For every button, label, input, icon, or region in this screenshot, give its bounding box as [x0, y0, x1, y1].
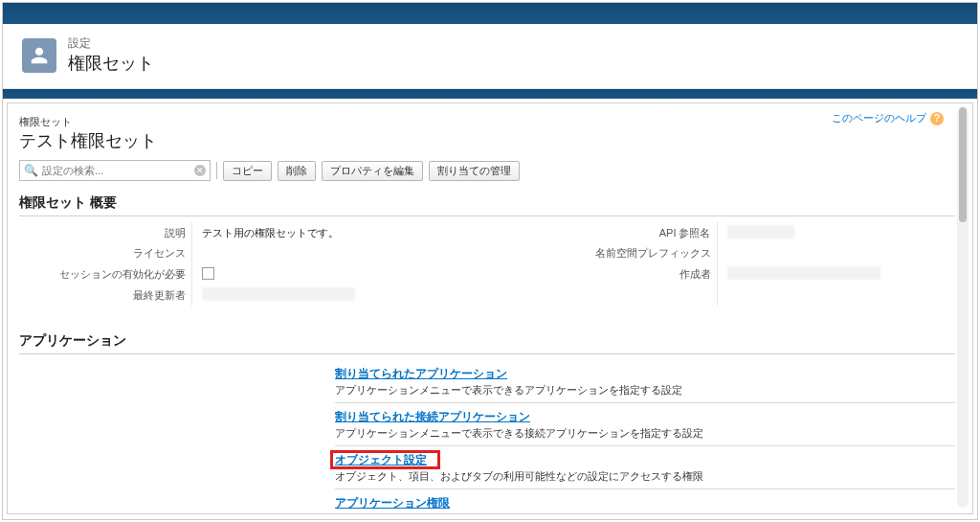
toolbar: 🔍 ✕ コピー 削除 プロパティを編集 割り当ての管理 — [19, 160, 955, 181]
scrollbar[interactable] — [957, 107, 969, 508]
application-list: 割り当てられたアプリケーションアプリケーションメニューで表示できるアプリケーショ… — [335, 360, 955, 514]
application-section-title: アプリケーション — [19, 332, 955, 354]
search-box[interactable]: 🔍 ✕ — [19, 160, 211, 181]
sub-banner — [3, 89, 977, 99]
created-by-value — [717, 263, 955, 284]
created-by-label: 作成者 — [583, 263, 717, 284]
header-kicker: 設定 — [68, 35, 154, 52]
app-item: 割り当てられたアプリケーションアプリケーションメニューで表示できるアプリケーショ… — [335, 360, 955, 403]
top-banner — [3, 3, 977, 24]
content-area: このページのヘルプ ? 権限セット テスト権限セット 🔍 ✕ コピー 削除 プロ… — [7, 102, 973, 514]
license-value — [191, 243, 430, 263]
namespace-value — [717, 243, 955, 263]
api-name-value — [717, 222, 955, 243]
app-window: 設定 権限セット このページのヘルプ ? 権限セット テスト権限セット 🔍 ✕ … — [2, 2, 978, 520]
header-text: 設定 権限セット — [68, 35, 154, 75]
namespace-label: 名前空間プレフィックス — [583, 243, 717, 263]
app-item: 割り当てられた接続アプリケーションアプリケーションメニューで表示できる接続アプリ… — [335, 403, 955, 446]
license-label: ライセンス — [19, 243, 191, 263]
app-item: アプリケーション権限[コールセンターの管理] などアプリケーション固有のアクショ… — [335, 489, 955, 514]
page-title: テスト権限セット — [19, 129, 955, 152]
desc-value: テスト用の権限セットです。 — [191, 222, 430, 243]
permission-set-icon — [22, 38, 56, 73]
app-item-desc: オブジェクト、項目、およびタブの利用可能性などの設定にアクセスする権限 — [335, 469, 955, 484]
search-input[interactable] — [42, 165, 190, 176]
app-item-link[interactable]: アプリケーション権限 — [335, 496, 450, 510]
overview-section-title: 権限セット 概要 — [19, 194, 955, 216]
clear-search-icon[interactable]: ✕ — [194, 165, 206, 176]
session-activation-value — [191, 263, 430, 284]
app-item-desc: アプリケーションメニューで表示できるアプリケーションを指定する設定 — [335, 383, 955, 397]
app-item-desc: [コールセンターの管理] などアプリケーション固有のアクションを実行するアクセス… — [335, 512, 955, 514]
overview-table: 説明 テスト用の権限セットです。 API 参照名 ライセンス 名前空間プレフィッ… — [19, 222, 955, 306]
application-section-label: アプリケーション — [19, 332, 126, 348]
api-name-label: API 参照名 — [583, 222, 717, 243]
toolbar-divider — [216, 162, 217, 179]
help-link-label: このページのヘルプ — [832, 111, 926, 125]
session-checkbox — [202, 267, 214, 280]
header-title: 権限セット — [68, 52, 154, 75]
edit-properties-button[interactable]: プロパティを編集 — [322, 161, 423, 181]
search-icon: 🔍 — [24, 164, 38, 177]
manage-assignments-button[interactable]: 割り当ての管理 — [429, 161, 520, 181]
scrollbar-thumb[interactable] — [959, 107, 967, 222]
help-icon: ? — [930, 112, 944, 125]
session-activation-label: セッションの有効化が必要 — [19, 263, 191, 284]
last-modified-by-label: 最終更新者 — [19, 284, 191, 306]
page-header: 設定 権限セット — [3, 24, 977, 89]
app-item-desc: アプリケーションメニューで表示できる接続アプリケーションを指定する設定 — [335, 426, 955, 441]
app-item-link[interactable]: 割り当てられたアプリケーション — [335, 367, 507, 380]
app-item-link[interactable]: 割り当てられた接続アプリケーション — [335, 410, 530, 423]
delete-button[interactable]: 削除 — [278, 161, 316, 181]
help-link[interactable]: このページのヘルプ ? — [832, 111, 944, 125]
overview-section-label: 権限セット 概要 — [19, 194, 117, 210]
last-modified-by-value — [191, 284, 430, 306]
highlight-box — [330, 450, 440, 469]
clone-button[interactable]: コピー — [223, 161, 272, 181]
breadcrumb[interactable]: 権限セット — [19, 115, 955, 129]
desc-label: 説明 — [19, 222, 191, 243]
